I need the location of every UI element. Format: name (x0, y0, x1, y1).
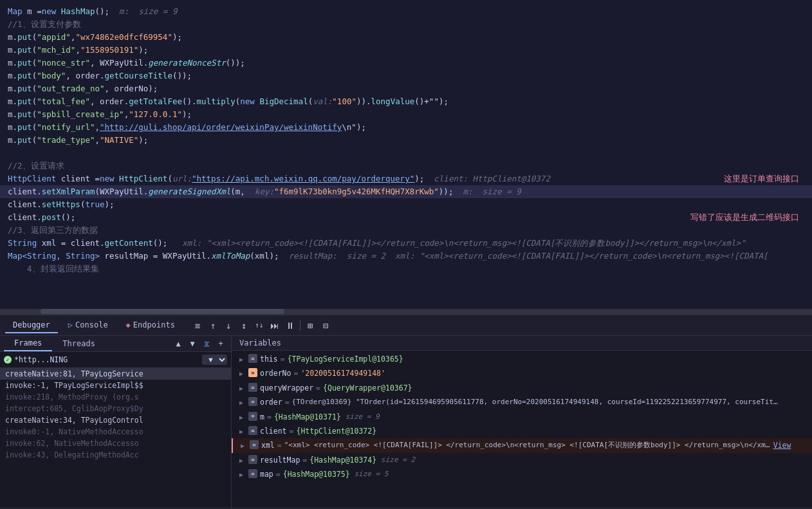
frame-item[interactable]: invoke:-1, TPayLogServiceImpl$$ (0, 380, 231, 391)
frames-filter-btn[interactable]: ⧖ (200, 337, 213, 350)
var-type-icon: = (248, 354, 257, 363)
frames-list[interactable]: createNative:81, TPayLogService invoke:-… (0, 368, 231, 508)
red-comment-2: 写错了应该是生成二维码接口 (690, 211, 799, 225)
frames-tabs: Frames Threads ▲ ▼ ⧖ + (0, 336, 231, 352)
debugger-panel: Debugger ▷ Console ◈ Endpoints ≡ ↑ ↓ ↕ ↑… (0, 315, 812, 508)
code-line-15: client. setXmlParam (WXPayUtil. generate… (0, 185, 812, 198)
expand-icon[interactable]: ▶ (239, 398, 247, 408)
var-this: ▶ = this = {TPayLogServiceImpl@10365} (232, 352, 812, 366)
expand-icon[interactable]: ▶ (239, 427, 247, 437)
view-link[interactable]: View (773, 440, 791, 451)
step-over-btn[interactable]: ↑ (206, 319, 220, 333)
code-line-10: m. put ( "notify_url" , "http://guli.sho… (0, 121, 812, 134)
show-frames-btn[interactable]: ≡ (190, 319, 205, 333)
code-line-21: 4、封装返回结果集 (0, 263, 812, 275)
frame-item[interactable]: invoke0:-1, NativeMethodAccesso (0, 426, 231, 438)
code-line-12 (0, 147, 812, 160)
code-line-17: client. post (); 写错了应该是生成二维码接口 (0, 211, 812, 224)
var-type-icon: = (248, 455, 257, 464)
var-orderno: ▶ = orderNo = '20200516174949148' (232, 366, 812, 380)
thread-status-indicator: ✓ (4, 356, 12, 364)
var-querywrapper: ▶ = queryWrapper = {QueryWrapper@10367} (232, 381, 812, 395)
red-comment-1: 这里是订单查询接口 (724, 172, 799, 186)
code-line-2: //1、设置支付参数 (0, 18, 812, 31)
var-type-icon: = (248, 426, 257, 435)
var-xml: ▶ = xml = "<xml> <return_code> <![CDATA[… (232, 438, 812, 452)
step-out-btn[interactable]: ↕ (237, 319, 251, 333)
variables-panel: Variables ▶ = this = {TPayLogServiceImpl… (232, 336, 812, 508)
code-line-13: //2、设置请求 (0, 160, 812, 172)
thread-selector: ✓ *http...NING ▼ (0, 352, 231, 368)
expand-icon[interactable]: ▶ (239, 456, 247, 466)
toolbar-separator (300, 320, 300, 331)
var-m: ▶ = m = {HashMap@10371} size = 9 (232, 410, 812, 424)
remove-watch-btn[interactable]: ⊟ (318, 319, 333, 333)
frame-item[interactable]: invoke:43, DelegatingMethodAcc (0, 449, 231, 461)
threads-tab[interactable]: Threads (52, 337, 106, 351)
code-line-9: m. put ( "spbill_create_ip" , "127.0.0.1… (0, 108, 812, 121)
frames-tab[interactable]: Frames (4, 336, 52, 351)
expand-icon[interactable]: ▶ (239, 369, 247, 379)
var-type-icon: = (248, 368, 257, 377)
console-icon: ▷ (68, 320, 73, 329)
var-type-icon: = (250, 440, 259, 449)
expand-icon[interactable]: ▶ (241, 441, 248, 451)
code-line-18: //3、返回第三方的数据 (0, 224, 812, 237)
var-type-icon: = (248, 383, 257, 392)
scrollbar-thumb[interactable] (41, 309, 284, 314)
tab-endpoints[interactable]: ◈ Endpoints (118, 318, 183, 333)
frames-up-btn[interactable]: ▲ (172, 337, 185, 350)
evaluate-btn[interactable]: ⏭ (268, 319, 282, 333)
step-into-btn[interactable]: ↓ (221, 319, 235, 333)
tab-debugger[interactable]: Debugger (5, 318, 58, 333)
code-line-1: Map m = new HashMap (); m: size = 9 (0, 5, 812, 18)
expand-icon[interactable]: ▶ (239, 412, 247, 423)
var-client: ▶ = client = {HttpClient@10372} (232, 424, 812, 438)
var-type-icon: = (248, 397, 257, 406)
var-type-icon: = (248, 469, 257, 478)
horizontal-scrollbar[interactable] (0, 309, 812, 314)
frames-panel: Frames Threads ▲ ▼ ⧖ + ✓ *http...NING ▼ (0, 336, 232, 508)
code-line-20: Map<String, String> resultMap = WXPayUti… (0, 250, 812, 263)
frame-item[interactable]: intercept:685, CglibAopProxy$Dy (0, 403, 231, 414)
frame-item[interactable]: invoke:218, MethodProxy (org.s (0, 391, 231, 403)
frame-item[interactable]: invoke:62, NativeMethodAccesso (0, 438, 231, 449)
thread-name-label: *http...NING (14, 355, 199, 364)
var-map: ▶ = map = {HashMap@10375} size = 5 (232, 467, 812, 481)
code-content: Map m = new HashMap (); m: size = 9 //1、… (0, 0, 812, 281)
thread-dropdown[interactable]: ▼ (202, 355, 227, 365)
run-to-cursor-btn[interactable]: ↑↓ (252, 319, 266, 333)
var-order: ▶ = order = {TOrder@10369} "TOrder(id=12… (232, 395, 812, 409)
code-line-3: m. put ( "appid" , "wx74862e0dfcf69954" … (0, 31, 812, 44)
code-line-8: m. put ( "total_fee" , order. getTotalFe… (0, 95, 812, 108)
expand-icon[interactable]: ▶ (239, 470, 247, 480)
debugger-content: Frames Threads ▲ ▼ ⧖ + ✓ *http...NING ▼ (0, 336, 812, 508)
code-line-14: HttpClient client = new HttpClient ( url… (0, 172, 812, 185)
debugger-toolbar: Debugger ▷ Console ◈ Endpoints ≡ ↑ ↓ ↕ ↑… (0, 315, 812, 336)
var-type-icon: = (248, 412, 257, 421)
code-line-11: m. put ( "trade_type" , "NATIVE" ); (0, 134, 812, 147)
expand-icon[interactable]: ▶ (239, 384, 247, 394)
code-line-19: String xml = client. getContent (); xml:… (0, 237, 812, 250)
frame-item[interactable]: createNative:81, TPayLogService (0, 368, 231, 380)
code-line-6: m. put ( "body" , order. getCourseTitle … (0, 69, 812, 82)
frames-down-btn[interactable]: ▼ (186, 337, 199, 350)
code-editor: Map m = new HashMap (); m: size = 9 //1、… (0, 0, 812, 315)
var-resultmap: ▶ = resultMap = {HashMap@10374} size = 2 (232, 453, 812, 467)
frame-item[interactable]: createNative:34, TPayLogControl (0, 414, 231, 426)
code-line-4: m. put ( "mch_id" , "1558950191" ); (0, 44, 812, 57)
code-line-16: client. setHttps ( true ); (0, 198, 812, 211)
code-line-5: m. put ( "nonce_str" , WXPayUtil. genera… (0, 57, 812, 69)
add-watch-btn[interactable]: ⊞ (303, 319, 317, 333)
frames-add-btn[interactable]: + (214, 337, 227, 350)
variables-list: ▶ = this = {TPayLogServiceImpl@10365} ▶ … (232, 351, 812, 508)
pause-btn[interactable]: ⏸ (283, 319, 297, 333)
variables-header: Variables (232, 336, 812, 351)
endpoints-icon: ◈ (126, 320, 131, 329)
tab-console[interactable]: ▷ Console (60, 318, 116, 333)
code-line-7: m. put ( "out_trade_no" , orderNo); (0, 82, 812, 95)
frames-controls: ▲ ▼ ⧖ + (172, 337, 227, 350)
expand-icon[interactable]: ▶ (239, 355, 247, 365)
